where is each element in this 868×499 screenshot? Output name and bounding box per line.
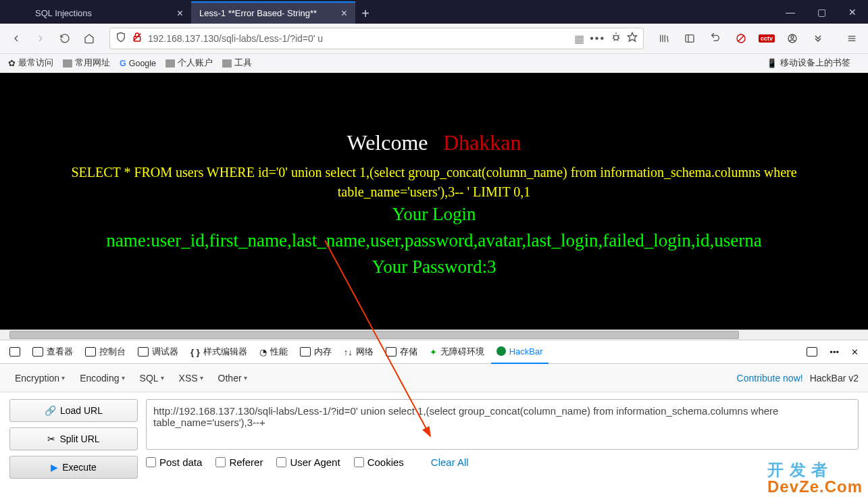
qr-icon[interactable]: ▦ bbox=[574, 32, 584, 45]
devtools-tab-console[interactable]: 控制台 bbox=[80, 340, 131, 364]
url-input[interactable] bbox=[148, 33, 569, 44]
folder-icon bbox=[165, 59, 175, 68]
tab-label: Less-1 **Error Based- String** bbox=[199, 8, 317, 18]
devtools-more-button[interactable]: ••• bbox=[824, 340, 844, 364]
bookmark-personal[interactable]: 个人账户 bbox=[165, 57, 213, 69]
postdata-checkbox[interactable]: Post data bbox=[146, 456, 202, 468]
bookmark-most-visited[interactable]: ✿最常访问 bbox=[8, 57, 53, 69]
folder-icon bbox=[222, 59, 232, 68]
encoding-dropdown[interactable]: Encoding▾ bbox=[74, 370, 130, 386]
bookmark-tools[interactable]: 工具 bbox=[222, 57, 252, 69]
tab-bar: SQL Injections × Less-1 **Error Based- S… bbox=[0, 0, 868, 24]
caret-down-icon: ▾ bbox=[161, 374, 164, 382]
referer-checkbox[interactable]: Referer bbox=[215, 456, 263, 468]
undo-icon[interactable] bbox=[705, 28, 726, 49]
hackbar-toolbar: Encryption▾ Encoding▾ SQL▾ XSS▾ Other▾ C… bbox=[0, 364, 868, 392]
horizontal-scrollbar[interactable] bbox=[0, 330, 868, 340]
forward-button[interactable] bbox=[30, 28, 51, 49]
devtools-tabs: 查看器 控制台 调试器 { }样式编辑器 ◔性能 内存 ↑↓网络 存储 ✦无障碍… bbox=[0, 340, 868, 364]
bug-icon[interactable] bbox=[611, 32, 621, 45]
shield-icon[interactable] bbox=[116, 32, 126, 45]
bookmark-mobile[interactable]: 📱移动设备上的书签 bbox=[767, 57, 850, 69]
bookmark-google[interactable]: GGoogle bbox=[120, 59, 156, 68]
caret-down-icon: ▾ bbox=[244, 374, 247, 382]
tab-label: SQL Injections bbox=[35, 8, 92, 18]
caret-down-icon: ▾ bbox=[61, 374, 65, 382]
scissors-icon: ✂ bbox=[47, 434, 55, 444]
hamburger-menu-button[interactable] bbox=[841, 28, 863, 49]
load-icon: 🔗 bbox=[45, 405, 56, 416]
devtools-tab-style[interactable]: { }样式编辑器 bbox=[185, 340, 253, 364]
execute-button[interactable]: ▶Execute bbox=[9, 456, 138, 479]
overflow-icon[interactable] bbox=[807, 28, 829, 49]
account-icon[interactable] bbox=[782, 28, 803, 49]
new-tab-button[interactable]: + bbox=[355, 3, 376, 24]
cctv-icon[interactable]: cctv bbox=[756, 28, 777, 49]
close-icon[interactable]: × bbox=[341, 7, 347, 20]
devtools-tab-debugger[interactable]: 调试器 bbox=[132, 340, 184, 364]
load-url-button[interactable]: 🔗Load URL bbox=[9, 399, 138, 422]
devtools-tab-inspector[interactable]: 查看器 bbox=[27, 340, 78, 364]
more-icon[interactable]: ••• bbox=[590, 32, 605, 45]
lock-warning-icon[interactable] bbox=[132, 32, 143, 45]
clear-all-link[interactable]: Clear All bbox=[431, 456, 469, 468]
library-icon[interactable] bbox=[653, 28, 675, 49]
gear-icon: ✿ bbox=[8, 58, 16, 68]
svg-point-9 bbox=[791, 36, 794, 38]
sql-dropdown[interactable]: SQL▾ bbox=[134, 370, 170, 386]
sql-query-line2: table_name='users'),3-- ' LIMIT 0,1 bbox=[0, 183, 868, 201]
site-name: Dhakkan bbox=[443, 130, 521, 155]
caret-down-icon: ▾ bbox=[200, 374, 203, 382]
navigation-bar: ▦ ••• cctv bbox=[0, 24, 868, 54]
hackbar-version: HackBar v2 bbox=[810, 373, 859, 384]
url-bar[interactable]: ▦ ••• bbox=[109, 28, 644, 49]
maximize-button[interactable]: ▢ bbox=[806, 0, 837, 24]
contribute-link[interactable]: Contribute now! bbox=[737, 373, 803, 384]
devtools-tab-performance[interactable]: ◔性能 bbox=[254, 340, 293, 364]
hackbar-panel: 🔗Load URL ✂Split URL ▶Execute Post data … bbox=[0, 392, 868, 485]
password-output: Your Password:3 bbox=[0, 254, 868, 280]
devtools-tab-storage[interactable]: 存储 bbox=[380, 340, 423, 364]
hackbar-icon bbox=[496, 346, 506, 356]
hackbar-right: Post data Referer User Agent Cookies Cle… bbox=[146, 399, 859, 479]
useragent-checkbox[interactable]: User Agent bbox=[276, 456, 340, 468]
devtools-separate-button[interactable] bbox=[4, 340, 26, 364]
close-icon[interactable]: × bbox=[177, 7, 183, 20]
devtools-tab-memory[interactable]: 内存 bbox=[295, 340, 337, 364]
close-window-button[interactable]: ✕ bbox=[837, 0, 868, 24]
devtools-dock-button[interactable] bbox=[801, 340, 823, 364]
sidebar-icon[interactable] bbox=[679, 28, 700, 49]
hackbar-buttons: 🔗Load URL ✂Split URL ▶Execute bbox=[9, 399, 138, 479]
google-icon: G bbox=[120, 59, 126, 68]
window-controls: — ▢ ✕ bbox=[775, 0, 868, 24]
home-button[interactable] bbox=[78, 28, 100, 49]
other-dropdown[interactable]: Other▾ bbox=[213, 370, 253, 386]
encryption-dropdown[interactable]: Encryption▾ bbox=[9, 370, 70, 386]
noscript-icon[interactable] bbox=[730, 28, 752, 49]
sql-query-line1: SELECT * FROM users WHERE id='0' union s… bbox=[0, 163, 868, 182]
scroll-thumb[interactable] bbox=[9, 331, 739, 339]
svg-point-2 bbox=[614, 35, 619, 40]
bookmark-star-icon[interactable] bbox=[627, 32, 638, 45]
back-button[interactable] bbox=[5, 28, 27, 49]
bookmarks-bar: ✿最常访问 常用网址 GGoogle 个人账户 工具 📱移动设备上的书签 bbox=[0, 54, 868, 73]
mobile-icon: 📱 bbox=[767, 58, 777, 68]
bookmark-common-sites[interactable]: 常用网址 bbox=[63, 57, 110, 69]
login-label: Your Login bbox=[0, 201, 868, 228]
devtools-close-button[interactable]: ✕ bbox=[846, 340, 864, 364]
folder-icon bbox=[63, 59, 72, 68]
reload-button[interactable] bbox=[54, 28, 76, 49]
minimize-button[interactable]: — bbox=[775, 0, 806, 24]
devtools-tab-hackbar[interactable]: HackBar bbox=[491, 340, 548, 364]
split-url-button[interactable]: ✂Split URL bbox=[9, 427, 138, 450]
svg-line-7 bbox=[738, 36, 744, 41]
url-textarea[interactable] bbox=[146, 399, 859, 450]
tab-sql-injections[interactable]: SQL Injections × bbox=[27, 1, 191, 24]
cookies-checkbox[interactable]: Cookies bbox=[354, 456, 404, 468]
play-icon: ▶ bbox=[51, 462, 58, 473]
tab-less1[interactable]: Less-1 **Error Based- String** × bbox=[191, 1, 355, 24]
login-name-output: name:user_id,first_name,last_name,user,p… bbox=[0, 228, 868, 254]
devtools-tab-network[interactable]: ↑↓网络 bbox=[338, 340, 379, 364]
devtools-tab-accessibility[interactable]: ✦无障碍环境 bbox=[424, 340, 490, 364]
xss-dropdown[interactable]: XSS▾ bbox=[174, 370, 209, 386]
